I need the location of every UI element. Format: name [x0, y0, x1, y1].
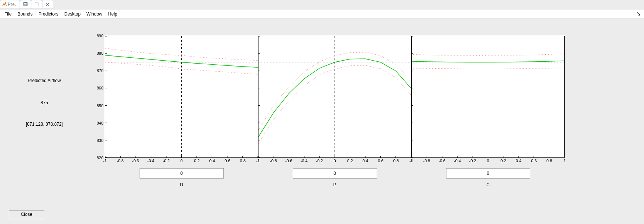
x-tick-label: 0.4 [516, 159, 521, 163]
title-bar: Pre… [0, 0, 644, 10]
x-tick-label: -0.4 [454, 159, 461, 163]
plot-area: 820830840850860870880890 -1-0.8-0.6-0.4-… [89, 36, 635, 224]
window-title-box: Pre… [0, 0, 20, 9]
matlab-icon [2, 2, 7, 7]
menu-predictors[interactable]: Predictors [35, 10, 61, 18]
dock-icon[interactable] [634, 11, 643, 17]
x-tick-label: -0.4 [147, 159, 154, 163]
x-tick-label: -0.6 [285, 159, 292, 163]
x-tick-label: 0.4 [363, 159, 368, 163]
y-tick-label: 860 [97, 86, 103, 90]
predictor-name: C [411, 182, 565, 187]
x-tick-label: -1 [256, 159, 260, 163]
x-tick-label: 0 [487, 159, 489, 163]
x-tick-label: 0.2 [500, 159, 506, 163]
x-tick-label: -0.8 [270, 159, 277, 163]
maximize-button[interactable] [31, 0, 42, 9]
minimize-button[interactable] [20, 0, 31, 9]
axes[interactable] [411, 36, 565, 158]
x-tick-label: 0.6 [531, 159, 537, 163]
x-tick-label: -1 [103, 159, 107, 163]
predictor-value-input[interactable] [446, 168, 530, 179]
x-axis-ticks: -1-0.8-0.6-0.4-0.200.20.40.60.81 [258, 158, 411, 164]
y-tick-label: 890 [97, 34, 103, 38]
menu-desktop[interactable]: Desktop [61, 10, 83, 18]
prediction-panel: -1-0.8-0.6-0.4-0.200.20.40.60.81C [411, 36, 565, 187]
axes[interactable] [258, 36, 411, 158]
predictor-name: P [258, 182, 411, 187]
predictor-value-input[interactable] [293, 168, 377, 179]
x-tick-label: -0.2 [163, 159, 170, 163]
x-tick-label: 0.8 [240, 159, 246, 163]
axes[interactable] [105, 36, 258, 158]
x-tick-label: -0.8 [423, 159, 430, 163]
menu-bar: File Bounds Predictors Desktop Window He… [0, 10, 644, 19]
x-tick-label: -0.2 [316, 159, 323, 163]
prediction-panel: -1-0.8-0.6-0.4-0.200.20.40.60.81P [258, 36, 411, 187]
window-title: Pre… [8, 2, 18, 7]
x-axis-ticks: -1-0.8-0.6-0.4-0.200.20.40.60.81 [411, 158, 565, 164]
y-tick-label: 830 [97, 138, 103, 143]
x-tick-label: -0.2 [469, 159, 476, 163]
y-tick-label: 850 [97, 103, 103, 108]
prediction-panel: -1-0.8-0.6-0.4-0.200.20.40.60.81D [105, 36, 258, 187]
x-tick-label: -0.6 [132, 159, 139, 163]
predicted-label: Predicted Airflow [0, 78, 89, 83]
x-tick-label: -1 [410, 159, 413, 163]
x-tick-label: 0.6 [378, 159, 383, 163]
x-tick-label: 1 [564, 159, 566, 163]
predictor-name: D [105, 182, 258, 187]
x-tick-label: -0.6 [439, 159, 446, 163]
y-tick-label: 870 [97, 68, 103, 73]
x-tick-label: 0.8 [393, 159, 399, 163]
prediction-summary: Predicted Airflow 875 [871.128, 878.872] [0, 37, 89, 207]
menu-bounds[interactable]: Bounds [14, 10, 35, 18]
x-tick-label: 0 [333, 159, 336, 163]
predictor-value-input[interactable] [140, 168, 224, 179]
close-window-button[interactable] [42, 0, 53, 9]
menu-help[interactable]: Help [105, 10, 120, 18]
x-tick-label: 0.2 [347, 159, 353, 163]
close-button[interactable]: Close [9, 210, 44, 219]
predicted-value: 875 [0, 100, 89, 105]
x-tick-label: -0.4 [301, 159, 308, 163]
y-tick-label: 840 [97, 121, 103, 125]
y-tick-label: 880 [97, 51, 103, 55]
x-tick-label: 0 [180, 159, 182, 163]
x-tick-label: 0.6 [225, 159, 230, 163]
content-area: Predicted Airflow 875 [871.128, 878.872]… [0, 19, 644, 224]
x-axis-ticks: -1-0.8-0.6-0.4-0.200.20.40.60.81 [105, 158, 258, 164]
menu-window[interactable]: Window [83, 10, 105, 18]
predicted-ci: [871.128, 878.872] [0, 122, 89, 127]
svg-rect-3 [35, 3, 38, 6]
y-tick-label: 820 [97, 156, 103, 160]
x-tick-label: 0.4 [209, 159, 215, 163]
x-tick-label: 0.2 [194, 159, 199, 163]
y-axis-ticks: 820830840850860870880890 [89, 36, 105, 158]
menu-file[interactable]: File [1, 10, 14, 18]
x-tick-label: 0.8 [547, 159, 552, 163]
x-tick-label: -0.8 [117, 159, 124, 163]
prediction-panels: -1-0.8-0.6-0.4-0.200.20.40.60.81D-1-0.8-… [105, 36, 565, 187]
